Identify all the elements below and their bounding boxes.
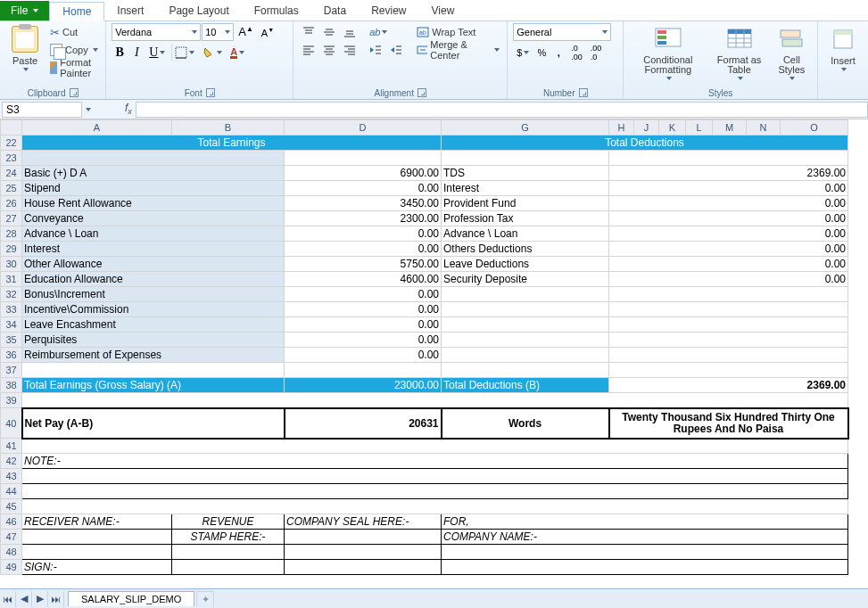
bold-button[interactable]: B — [112, 44, 128, 62]
cell[interactable]: Leave Deductions — [442, 257, 609, 272]
sheet-tab-active[interactable]: SALARY_SLIP_DEMO — [68, 591, 194, 606]
col-header[interactable]: D — [285, 120, 442, 136]
row-header[interactable]: 27 — [1, 211, 22, 226]
cell[interactable]: 4600.00 — [285, 272, 442, 287]
cell[interactable]: Provident Fund — [442, 196, 609, 211]
fill-color-button[interactable] — [199, 44, 226, 62]
row-header[interactable]: 28 — [1, 226, 22, 242]
cell[interactable]: COMPANY SEAL HERE:- — [285, 514, 442, 530]
format-painter-button[interactable]: Format Painter — [48, 59, 100, 77]
decrease-decimal-button[interactable]: .00.0 — [587, 44, 606, 62]
cell[interactable] — [609, 317, 848, 333]
cell[interactable]: Total Earnings (Gross Salary) (A) — [22, 378, 285, 393]
col-header[interactable]: G — [442, 120, 609, 136]
tab-formulas[interactable]: Formulas — [242, 1, 311, 21]
cell[interactable]: NOTE:- — [22, 454, 848, 469]
cell[interactable]: Total Deductions — [442, 136, 848, 151]
cell[interactable] — [609, 363, 848, 378]
col-header[interactable]: O — [781, 120, 848, 136]
cell[interactable]: 0.00 — [609, 257, 848, 272]
cell[interactable]: Advance \ Loan — [442, 226, 609, 242]
select-all-button[interactable] — [1, 120, 22, 136]
cell[interactable] — [22, 439, 848, 454]
cell[interactable]: 0.00 — [609, 196, 848, 211]
cell[interactable] — [442, 545, 848, 560]
cell[interactable] — [285, 560, 442, 575]
col-header[interactable]: M — [713, 120, 747, 136]
cell[interactable]: Interest — [22, 242, 285, 257]
col-header[interactable]: A — [22, 120, 172, 136]
cell[interactable] — [22, 363, 285, 378]
cell[interactable]: 3450.00 — [285, 196, 442, 211]
increase-indent-button[interactable] — [386, 41, 406, 59]
row-header[interactable]: 25 — [1, 181, 22, 196]
insert-cells-button[interactable]: Insert — [823, 23, 863, 73]
cell[interactable]: Interest — [442, 181, 609, 196]
cell[interactable] — [285, 545, 442, 560]
cell[interactable]: Reimbursement of Expenses — [22, 348, 285, 363]
cell[interactable]: 0.00 — [285, 317, 442, 333]
row-header[interactable]: 49 — [1, 560, 22, 575]
font-size-select[interactable]: 10 — [202, 23, 234, 41]
cell[interactable]: FOR, — [442, 514, 848, 530]
decrease-indent-button[interactable] — [366, 41, 385, 59]
row-header[interactable]: 22 — [1, 136, 22, 151]
cell-styles-button[interactable]: Cell Styles — [772, 23, 812, 82]
row-header[interactable]: 39 — [1, 393, 22, 408]
cell[interactable]: STAMP HERE:- — [172, 530, 285, 545]
font-color-button[interactable]: A — [227, 44, 248, 62]
name-box[interactable]: S3 — [2, 102, 82, 118]
cell[interactable] — [22, 530, 172, 545]
cell[interactable]: 0.00 — [609, 181, 848, 196]
cell[interactable]: 5750.00 — [285, 257, 442, 272]
cell[interactable]: Profession Tax — [442, 211, 609, 226]
cell[interactable] — [442, 333, 609, 348]
cell[interactable]: Leave Encashment — [22, 317, 285, 333]
cell[interactable]: 2369.00 — [609, 378, 848, 393]
cell[interactable]: Incentive\Commission — [22, 302, 285, 317]
row-header[interactable]: 37 — [1, 363, 22, 378]
cell[interactable] — [442, 302, 609, 317]
cell[interactable]: COMPANY NAME:- — [442, 530, 848, 545]
spreadsheet-grid[interactable]: A B D G H J K L M N O 22 Total Earnings … — [0, 119, 868, 588]
cell[interactable]: 0.00 — [609, 211, 848, 226]
row-header[interactable]: 47 — [1, 530, 22, 545]
cell[interactable]: Words — [442, 408, 609, 439]
comma-button[interactable]: , — [550, 44, 566, 62]
row-header[interactable]: 48 — [1, 545, 22, 560]
cell[interactable]: 2369.00 — [609, 166, 848, 181]
col-header[interactable]: L — [686, 120, 713, 136]
cell[interactable] — [172, 560, 285, 575]
cell[interactable] — [442, 317, 609, 333]
row-header[interactable]: 43 — [1, 469, 22, 484]
cell[interactable]: 0.00 — [285, 226, 442, 242]
cell[interactable]: 6900.00 — [285, 166, 442, 181]
cell[interactable]: Others Deductions — [442, 242, 609, 257]
cell[interactable] — [22, 545, 172, 560]
underline-button[interactable]: U — [145, 44, 169, 62]
cell[interactable]: Stipend — [22, 181, 285, 196]
tab-page-layout[interactable]: Page Layout — [156, 1, 241, 21]
align-left-button[interactable] — [299, 41, 318, 59]
cell[interactable]: Net Pay (A-B) — [22, 408, 285, 439]
cell[interactable] — [609, 287, 848, 302]
cell[interactable]: 20631 — [285, 408, 442, 439]
row-header[interactable]: 23 — [1, 151, 22, 166]
increase-decimal-button[interactable]: .0.00 — [567, 44, 586, 62]
cell[interactable]: 0.00 — [609, 272, 848, 287]
tab-file[interactable]: File — [0, 1, 49, 21]
cell[interactable]: Twenty Thousand Six Hundred Thirty One R… — [609, 408, 848, 439]
cell[interactable] — [22, 469, 848, 484]
row-header[interactable]: 34 — [1, 317, 22, 333]
tab-home[interactable]: Home — [49, 2, 104, 21]
cell[interactable]: 0.00 — [285, 348, 442, 363]
dialog-launcher-icon[interactable] — [70, 88, 79, 97]
cell[interactable]: Total Deductions (B) — [442, 378, 609, 393]
align-top-button[interactable] — [299, 23, 318, 41]
currency-button[interactable]: $ — [513, 44, 533, 62]
cell[interactable] — [442, 151, 609, 166]
cell[interactable]: Advance \ Loan — [22, 226, 285, 242]
sheet-nav-first[interactable]: ⏮ — [0, 591, 16, 607]
row-header[interactable]: 29 — [1, 242, 22, 257]
cell[interactable]: 0.00 — [285, 242, 442, 257]
